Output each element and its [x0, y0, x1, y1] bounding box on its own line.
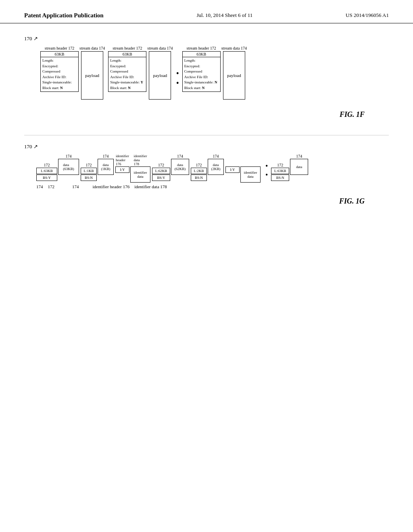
id-data-1: identifierdata	[130, 166, 150, 183]
col-174-label-3a: 174	[177, 154, 183, 158]
col-174-label-4a: 174	[213, 154, 219, 158]
l63kb-1: L:63KB	[36, 168, 57, 174]
stream-header-label-1: stream header 172	[45, 46, 74, 50]
fig1g-label: FIG. 1G	[339, 197, 365, 205]
iy-2: I:Y	[225, 166, 240, 173]
stream-data-1: stream data 174 payload	[79, 46, 105, 100]
stream-group-2: stream header 172 63KB Length: Encrypted…	[108, 46, 173, 100]
fig1f-label-container: FIG. 1F	[24, 110, 365, 119]
stream-data-label-1: stream data 174	[79, 46, 105, 50]
stream-data-label-3: stream data 174	[221, 46, 247, 50]
ref-172-a: 172	[48, 184, 55, 189]
fig1f-label: FIG. 1F	[340, 110, 365, 118]
data-62kb-1: data(62KB)	[171, 159, 189, 175]
main-content: 170 ↗ stream header 172 63KB Length: Enc…	[0, 23, 413, 218]
stream-header-3: stream header 172 63KB Length: Encrypted…	[182, 46, 221, 92]
col-172-label-1a: 172	[44, 163, 50, 167]
bsn-1: BS:N	[81, 175, 97, 181]
col-172-label-2a: 172	[86, 163, 92, 167]
sheet-info: Jul. 10, 2014 Sheet 6 of 11	[196, 12, 252, 19]
stream-header-2: stream header 172 63KB Length: Encrypted…	[108, 46, 146, 92]
l1kb-1: L:1KB	[81, 168, 97, 174]
fig1f-arrow: ↗	[33, 35, 38, 42]
stream-header-label-3: stream header 172	[186, 46, 216, 50]
ref-178-label: identifier data 178	[134, 184, 167, 189]
col-172-label-3a: 172	[158, 163, 164, 167]
col-174-label-1a: 174	[66, 154, 72, 158]
stream-group-1: stream header 172 63KB Length: Encrypted…	[40, 46, 105, 100]
publication-title: Patent Application Publication	[24, 12, 104, 19]
stream-data-label-2: stream data 174	[147, 46, 173, 50]
stream-data-3: stream data 174 payload	[221, 46, 247, 100]
col-group-2: 172 L:1KB BS:N 174 data(1KB)	[81, 154, 114, 181]
fig1f-section: 170 ↗ stream header 172 63KB Length: Enc…	[24, 35, 389, 119]
id-data-2: identifierdata	[240, 166, 261, 183]
col-group-5: 172 L:63KB BS:N 174 data	[271, 154, 308, 181]
identifier-group-1: identifierheader176 I:Y identifierdata17…	[115, 154, 150, 183]
fig1g-section: 170 ↗ 172 L:63KB BS:Y 174 data(63	[24, 143, 389, 206]
l63kb-2: L:63KB	[271, 168, 289, 174]
col-172-label-5a: 172	[277, 163, 283, 167]
bsn-3: BS:N	[271, 175, 289, 181]
identifier-group-2: identifierheader176 I:Y identifierdata17…	[225, 154, 261, 183]
id-header-label-1: identifierheader176	[116, 154, 129, 166]
page-header: Patent Application Publication Jul. 10, …	[0, 0, 413, 23]
col-group-1: 172 L:63KB BS:Y 174 data(63KB)	[36, 154, 79, 181]
fig1g-label-container: FIG. 1G	[24, 197, 365, 206]
data-last: data	[290, 159, 308, 175]
bsn-2: BS:N	[191, 175, 207, 181]
col-174-label-2a: 174	[103, 154, 109, 158]
data-63kb-1: data(63KB)	[58, 159, 79, 175]
stream-header-label-2: stream header 172	[113, 46, 142, 50]
ellipsis-1f: ••	[176, 46, 179, 102]
iy-1: I:Y	[115, 166, 129, 173]
fig1g-arrow: ↗	[33, 143, 38, 150]
stream-group-3: stream header 172 63KB Length: Encrypted…	[182, 46, 247, 100]
patent-number: US 2014/196056 A1	[346, 12, 389, 19]
stream-data-2: stream data 174 payload	[147, 46, 173, 100]
fig1f-ref-num: 170	[24, 35, 32, 42]
fig1g-ref-num: 170	[24, 143, 32, 150]
ellipsis-1g: ••	[265, 154, 268, 179]
col-174-label-5a: 174	[296, 154, 302, 158]
data-2kb-1: data(2KB)	[208, 159, 224, 175]
l2kb-1: L:2KB	[191, 168, 207, 174]
ref-176-label: identifier header 176	[93, 184, 130, 189]
id-data-label-1: identifierdata178	[134, 154, 147, 166]
data-1kb-1: data(1KB)	[98, 159, 114, 175]
bsy-1: BS:Y	[36, 175, 57, 181]
bsy-2: BS:Y	[152, 175, 170, 181]
l62kb-1: L:62KB	[152, 168, 170, 174]
ref-174-a: 174	[36, 184, 43, 189]
col-group-4: 172 L:2KB BS:N 174 data(2KB)	[191, 154, 224, 181]
ref-174-b: 174	[72, 184, 79, 189]
stream-header-1: stream header 172 63KB Length: Encrypted…	[40, 46, 79, 92]
col-172-label-4a: 172	[196, 163, 202, 167]
col-group-3: 172 L:62KB BS:Y 174 data(62KB)	[152, 154, 189, 181]
